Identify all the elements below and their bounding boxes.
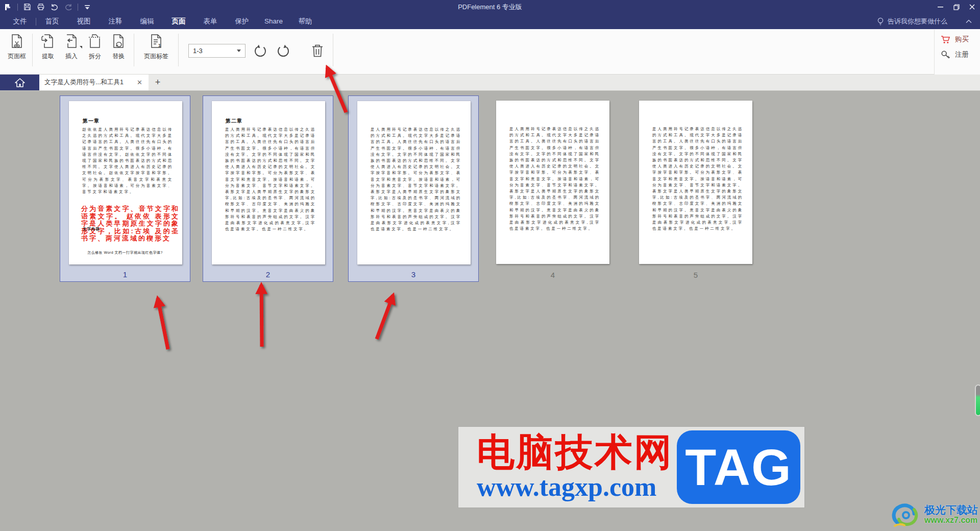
- svg-text:1: 1: [158, 43, 161, 48]
- page-thumbnails-canvas[interactable]: 电脑技术网 www.tagxp.com TAG 极光下载站 www.xz7.co…: [0, 91, 980, 531]
- menu-tab-8[interactable]: 保护: [226, 14, 258, 29]
- menu-tab-4[interactable]: 注释: [100, 14, 131, 29]
- menu-tab-7[interactable]: 表单: [194, 14, 226, 29]
- download-site-logo: 极光下载站 www.xz7.com: [891, 500, 978, 528]
- watermark-site-url: www.tagxp.com: [477, 472, 677, 502]
- page-crop-icon: [10, 34, 24, 49]
- register-label: 注册: [955, 50, 969, 59]
- menu-tab-6[interactable]: 页面: [163, 14, 194, 29]
- menu-tab-3[interactable]: 视图: [68, 14, 100, 29]
- undo-icon[interactable]: [50, 2, 59, 12]
- page-thumbnail[interactable]: 第二章 是人类用符号记录表达信息以传之久远的方式和工具。现代文字大多是记录语言的…: [203, 95, 333, 282]
- divider: [78, 4, 78, 11]
- titlebar: PDFelement 6 专业版: [0, 0, 980, 14]
- delete-pages-button[interactable]: [309, 42, 326, 59]
- toolbar-divider: [32, 34, 33, 66]
- scroll-position-pill[interactable]: [975, 384, 980, 416]
- print-icon[interactable]: [36, 2, 45, 12]
- page-red-text: 分为音素文字、音节文字和语素文字。 赵依依 表形文字是人类早期原生文字的象形文字…: [81, 205, 180, 243]
- page-preview: 第二章 是人类用符号记录表达信息以传之久远的方式和工具。现代文字大多是记录语言的…: [212, 101, 325, 264]
- customize-quick-access-icon[interactable]: [83, 2, 92, 12]
- page-range-group: 1-3: [188, 34, 326, 67]
- document-tab[interactable]: 文字是人类用符号...和工具1 ✕: [39, 75, 149, 90]
- buy-button[interactable]: 购买: [941, 35, 980, 44]
- page-heading: 第一章: [83, 117, 100, 125]
- tool-label: 页面框: [8, 52, 26, 61]
- page-preview: 是人类用符号记录表达信息以传之久远的方式和工具。现代文字大多是记录语言的工具。人…: [639, 101, 752, 264]
- tell-me-assistant[interactable]: 告诉我你想要做什么: [877, 17, 947, 26]
- minimize-icon[interactable]: [933, 0, 948, 14]
- page-body-text: 是人类用符号记录表达信息以传之久远的方式和工具。现代文字大多是记录语言的工具。人…: [652, 126, 743, 232]
- replace-pages-button[interactable]: 替换: [107, 34, 130, 61]
- page-footer-text: 怎么修改 Word 文档一打字就出现红色字体?: [87, 250, 163, 255]
- menu-tab-9[interactable]: Share: [258, 14, 289, 29]
- page-body-text: 是人类用符号记录表达信息以传之久远的方式和工具。现代文字大多是记录语言的工具。人…: [225, 127, 316, 232]
- window-controls: [933, 0, 980, 14]
- toolbar-divider: [134, 34, 134, 66]
- page-label-icon: 1: [149, 34, 163, 49]
- page-thumbnail[interactable]: 是人类用符号记录表达信息以传之久远的方式和工具。现代文字大多是记录语言的工具。人…: [348, 95, 479, 282]
- page-boxes-button[interactable]: 页面框: [5, 34, 29, 61]
- page-overlay-text: 文字内容: [83, 227, 100, 232]
- chevron-down-icon: [237, 50, 241, 54]
- page-ribbon-toolbar: 页面框 提取 插入 拆分 替换: [0, 29, 980, 75]
- tool-label: 拆分: [89, 52, 101, 61]
- tool-label: 提取: [42, 52, 54, 61]
- new-tab-button[interactable]: +: [149, 75, 167, 90]
- redo-icon: [64, 2, 73, 12]
- store-panel: 购买 注册: [934, 30, 980, 75]
- page-preview: 第一章 赵依依是人类用符号记录表达信息以传之久远的方式和工具。现代文字大多是记录…: [69, 101, 182, 264]
- save-icon[interactable]: [22, 2, 32, 12]
- split-pages-button[interactable]: 拆分: [83, 34, 107, 61]
- page-extract-icon: [41, 34, 55, 49]
- lightbulb-icon: [877, 17, 884, 26]
- home-tab[interactable]: [0, 75, 39, 90]
- page-heading: 第二章: [226, 117, 242, 125]
- rotate-right-button[interactable]: [275, 42, 291, 59]
- toolbar-divider: [178, 34, 179, 66]
- menu-tab-10[interactable]: 帮助: [289, 14, 321, 29]
- buy-label: 购买: [955, 35, 969, 44]
- watermark-site-name: 电脑技术网: [477, 432, 677, 472]
- home-icon: [15, 78, 25, 87]
- page-thumbnail[interactable]: 是人类用符号记录表达信息以传之久远的方式和工具。现代文字大多是记录语言的工具。人…: [487, 95, 618, 282]
- assistant-hint-label: 告诉我你想要做什么: [888, 17, 947, 26]
- collapse-ribbon-icon[interactable]: [966, 19, 972, 23]
- page-range-select[interactable]: 1-3: [188, 44, 246, 58]
- divider: [17, 4, 18, 11]
- tool-label: 替换: [112, 52, 125, 61]
- tag-badge: TAG: [677, 430, 800, 504]
- ribbon-menubar: 文件首页视图注释编辑页面表单保护Share帮助 告诉我你想要做什么: [0, 14, 980, 29]
- trash-icon: [311, 43, 324, 58]
- quick-access-toolbar: [0, 2, 92, 12]
- page-preview: 是人类用符号记录表达信息以传之久远的方式和工具。现代文字大多是记录语言的工具。人…: [357, 101, 471, 264]
- page-body-text: 赵依依是人类用符号记录表达信息以传之久远的方式和工具。现代文字大多是记录语言的工…: [82, 127, 173, 195]
- page-thumbnail[interactable]: 第一章 赵依依是人类用符号记录表达信息以传之久远的方式和工具。现代文字大多是记录…: [60, 95, 190, 282]
- rotate-left-button[interactable]: [252, 42, 268, 59]
- page-thumbnail[interactable]: 是人类用符号记录表达信息以传之久远的方式和工具。现代文字大多是记录语言的工具。人…: [630, 95, 761, 282]
- restore-icon[interactable]: [948, 0, 964, 14]
- toolbar-divider: [333, 34, 333, 66]
- tool-label: 页面标签: [144, 52, 168, 61]
- insert-dropdown-caret[interactable]: [80, 46, 82, 49]
- page-range-value: 1-3: [193, 47, 203, 55]
- register-button[interactable]: 注册: [941, 50, 980, 59]
- tab-close-icon[interactable]: ✕: [136, 79, 143, 86]
- page-number: 3: [349, 270, 478, 279]
- page-labels-button[interactable]: 1 页面标签: [138, 34, 175, 61]
- extract-pages-button[interactable]: 提取: [36, 34, 60, 61]
- menu-tab-1[interactable]: 文件: [4, 14, 36, 29]
- close-icon[interactable]: [964, 0, 980, 14]
- page-body-text: 是人类用符号记录表达信息以传之久远的方式和工具。现代文字大多是记录语言的工具。人…: [371, 127, 461, 232]
- document-tab-title: 文字是人类用符号...和工具1: [44, 78, 124, 87]
- swirl-logo-icon: [891, 500, 922, 528]
- menu-tab-5[interactable]: 编辑: [131, 14, 163, 29]
- page-number: 2: [203, 270, 333, 279]
- menu-tab-2[interactable]: 首页: [36, 14, 68, 29]
- insert-pages-button[interactable]: 插入: [60, 34, 83, 61]
- key-icon: [941, 50, 950, 59]
- watermark-banner: 电脑技术网 www.tagxp.com TAG: [458, 426, 805, 508]
- page-preview: 是人类用符号记录表达信息以传之久远的方式和工具。现代文字大多是记录语言的工具。人…: [496, 101, 609, 264]
- page-body-text: 是人类用符号记录表达信息以传之久远的方式和工具。现代文字大多是记录语言的工具。人…: [509, 126, 600, 232]
- tag-badge-text: TAG: [685, 438, 792, 497]
